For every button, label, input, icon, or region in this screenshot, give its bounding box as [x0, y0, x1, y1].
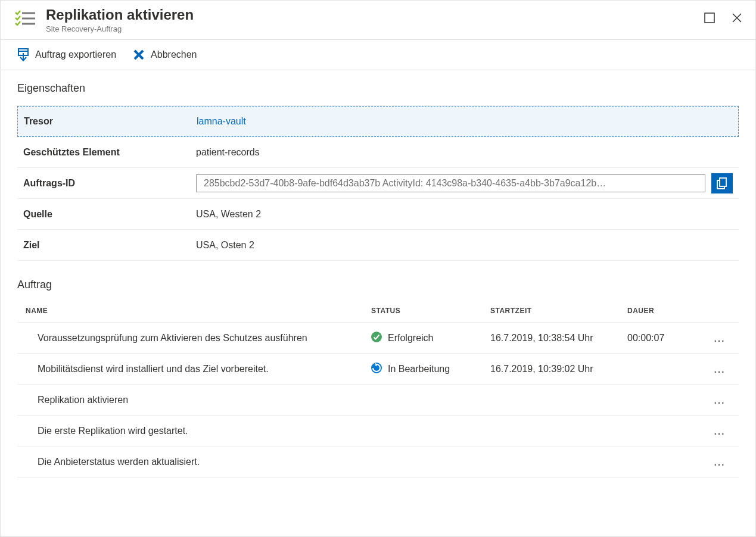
toolbar: Auftrag exportieren Abbrechen — [1, 40, 755, 70]
job-start: 16.7.2019, 10:38:54 Uhr — [490, 333, 627, 344]
job-name: Die Anbieterstatus werden aktualisiert. — [26, 457, 371, 467]
job-header-row: NAME STATUS STARTZEIT DAUER — [17, 299, 739, 323]
prop-row-protected: Geschütztes Element patient-records — [17, 137, 739, 168]
close-button[interactable] — [729, 10, 745, 26]
restore-icon — [704, 13, 715, 23]
job-duration: 00:00:07 — [627, 333, 705, 344]
job-row: Die erste Replikation wird gestartet.… — [17, 416, 739, 447]
svg-rect-3 — [705, 13, 714, 23]
export-label: Auftrag exportieren — [35, 49, 116, 60]
export-button[interactable]: Auftrag exportieren — [17, 48, 116, 61]
more-icon: … — [713, 393, 726, 406]
blade-header: Replikation aktivieren Site Recovery-Auf… — [1, 1, 755, 40]
status-text: In Bearbeitung — [388, 364, 450, 374]
properties-heading: Eigenschaften — [17, 82, 739, 95]
prop-value-protected: patient-records — [196, 147, 733, 158]
job-row: Die Anbieterstatus werden aktualisiert.… — [17, 447, 739, 477]
job-name: Die erste Replikation wird gestartet. — [26, 426, 371, 436]
job-icon — [15, 10, 36, 29]
svg-point-12 — [371, 332, 382, 342]
vault-link[interactable]: lamna-vault — [197, 116, 246, 127]
more-button[interactable]: … — [705, 455, 735, 469]
svg-rect-11 — [720, 178, 726, 186]
prop-value-source: USA, Westen 2 — [196, 209, 733, 220]
more-icon: … — [713, 331, 726, 344]
prop-value-target: USA, Osten 2 — [196, 240, 733, 251]
export-icon — [17, 48, 29, 61]
cancel-button[interactable]: Abbrechen — [133, 49, 197, 61]
job-row: Replikation aktivieren… — [17, 385, 739, 416]
job-row: Voraussetzungsprüfung zum Aktivieren des… — [17, 323, 739, 354]
more-icon: … — [713, 424, 726, 437]
cancel-label: Abbrechen — [151, 49, 197, 60]
more-button[interactable]: … — [705, 393, 735, 407]
prop-row-source: Quelle USA, Westen 2 — [17, 199, 739, 230]
job-status: Erfolgreich — [371, 332, 490, 345]
close-icon — [732, 13, 742, 23]
copy-button[interactable] — [711, 173, 733, 193]
col-start: STARTZEIT — [490, 307, 627, 315]
prop-row-target: Ziel USA, Osten 2 — [17, 230, 739, 261]
prop-label-jobid: Auftrags-ID — [23, 178, 196, 189]
jobid-field[interactable]: 285bcbd2-53d7-40b8-9afe-bdf64d3ab37b Act… — [196, 174, 705, 192]
prop-label-source: Quelle — [23, 209, 196, 220]
job-name: Mobilitätsdienst wird installiert und da… — [26, 364, 371, 374]
more-icon: … — [713, 455, 726, 468]
prop-row-jobid: Auftrags-ID 285bcbd2-53d7-40b8-9afe-bdf6… — [17, 168, 739, 199]
more-button[interactable]: … — [705, 424, 735, 438]
col-status: STATUS — [371, 307, 490, 315]
restore-button[interactable] — [702, 10, 717, 26]
progress-icon — [371, 363, 382, 376]
more-button[interactable]: … — [705, 362, 735, 376]
prop-label-protected: Geschütztes Element — [23, 147, 196, 158]
prop-label-target: Ziel — [23, 240, 196, 251]
job-start: 16.7.2019, 10:39:02 Uhr — [490, 364, 627, 374]
page-title: Replikation aktivieren — [46, 7, 702, 23]
job-name: Replikation aktivieren — [26, 395, 371, 405]
properties-table: Tresor lamna-vault Geschütztes Element p… — [17, 105, 739, 261]
job-row: Mobilitätsdienst wird installiert und da… — [17, 354, 739, 385]
job-status: In Bearbeitung — [371, 363, 490, 376]
page-subtitle: Site Recovery-Auftrag — [46, 24, 702, 33]
cancel-icon — [133, 49, 145, 61]
prop-label-tresor: Tresor — [24, 116, 197, 127]
more-button[interactable]: … — [705, 331, 735, 345]
copy-icon — [717, 177, 727, 189]
col-duration: DAUER — [627, 307, 705, 315]
more-icon: … — [713, 362, 726, 375]
job-heading: Auftrag — [17, 279, 739, 291]
job-table: NAME STATUS STARTZEIT DAUER Voraussetzun… — [17, 299, 739, 477]
status-text: Erfolgreich — [388, 333, 433, 344]
success-icon — [371, 332, 382, 345]
prop-row-tresor[interactable]: Tresor lamna-vault — [17, 106, 739, 137]
col-name: NAME — [26, 307, 371, 315]
job-name: Voraussetzungsprüfung zum Aktivieren des… — [26, 333, 371, 344]
